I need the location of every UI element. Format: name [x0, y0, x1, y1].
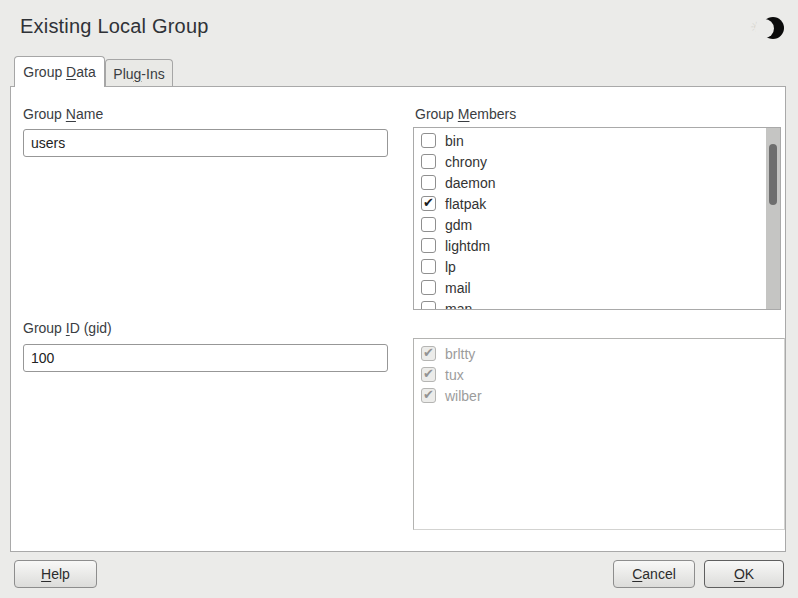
- tab-group-data[interactable]: Group Data: [14, 56, 105, 87]
- group-id-label: Group ID (gid): [23, 320, 112, 336]
- group-name-label: Group Name: [23, 106, 103, 122]
- list-item-label: lightdm: [445, 238, 490, 254]
- cancel-button[interactable]: Cancel: [613, 560, 695, 588]
- list-item-label: man: [445, 301, 472, 311]
- list-item-label: bin: [445, 133, 464, 149]
- group-name-input[interactable]: [23, 129, 388, 157]
- list-item-label: chrony: [445, 154, 487, 170]
- checkbox-icon[interactable]: [421, 133, 436, 148]
- checkbox-icon[interactable]: [421, 259, 436, 274]
- list-item-label: flatpak: [445, 196, 486, 212]
- list-item[interactable]: gdm: [414, 214, 780, 235]
- list-item: tux: [414, 364, 784, 385]
- ok-button-label: OK: [734, 566, 754, 582]
- additional-members-list: brltty tux wilber: [413, 338, 785, 530]
- scrollbar-track[interactable]: [766, 128, 780, 309]
- list-item-label: lp: [445, 259, 456, 275]
- crescent-icon: [762, 17, 784, 39]
- checkbox-icon[interactable]: [421, 280, 436, 295]
- checkbox-icon[interactable]: [421, 175, 436, 190]
- group-data-panel: Group Name Group ID (gid) Group Members …: [10, 86, 786, 552]
- checkbox-icon: [421, 388, 436, 403]
- checkbox-icon[interactable]: [421, 154, 436, 169]
- tab-plug-ins[interactable]: Plug-Ins: [105, 59, 173, 87]
- list-item-label: wilber: [445, 388, 482, 404]
- list-item: brltty: [414, 343, 784, 364]
- dialog-title: Existing Local Group: [20, 15, 209, 38]
- list-item-label: mail: [445, 280, 471, 296]
- ok-button[interactable]: OK: [704, 560, 784, 588]
- list-item[interactable]: lightdm: [414, 235, 780, 256]
- tab-label: Plug-Ins: [113, 66, 164, 82]
- list-item[interactable]: daemon: [414, 172, 780, 193]
- group-members-label: Group Members: [415, 106, 516, 122]
- group-members-list[interactable]: bin chrony daemon flatpak gdm lightdm lp…: [413, 127, 781, 310]
- tab-label: Group Data: [23, 64, 95, 80]
- moon-crescent-icon: ☀: [750, 15, 784, 42]
- help-button[interactable]: Help: [14, 560, 97, 588]
- list-item-label: brltty: [445, 346, 475, 362]
- checkbox-icon[interactable]: [421, 301, 436, 310]
- help-button-label: Help: [41, 566, 70, 582]
- list-item[interactable]: man: [414, 298, 780, 310]
- list-item-label: gdm: [445, 217, 472, 233]
- cancel-button-label: Cancel: [632, 566, 676, 582]
- list-item-label: tux: [445, 367, 464, 383]
- checkbox-icon[interactable]: [421, 196, 436, 211]
- scrollbar-thumb[interactable]: [769, 144, 777, 205]
- list-item[interactable]: flatpak: [414, 193, 780, 214]
- group-id-input[interactable]: [23, 344, 388, 372]
- checkbox-icon: [421, 346, 436, 361]
- checkbox-icon: [421, 367, 436, 382]
- list-item[interactable]: mail: [414, 277, 780, 298]
- list-item-label: daemon: [445, 175, 496, 191]
- checkbox-icon[interactable]: [421, 238, 436, 253]
- list-item: wilber: [414, 385, 784, 406]
- list-item[interactable]: bin: [414, 130, 780, 151]
- list-item[interactable]: lp: [414, 256, 780, 277]
- checkbox-icon[interactable]: [421, 217, 436, 232]
- list-item[interactable]: chrony: [414, 151, 780, 172]
